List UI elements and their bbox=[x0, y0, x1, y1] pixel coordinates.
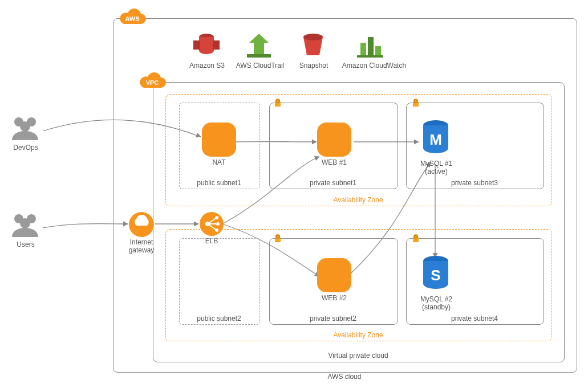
s3-icon bbox=[191, 31, 222, 60]
svg-rect-9 bbox=[357, 55, 383, 58]
cloudtrail-label: AWS CloudTrail bbox=[232, 62, 289, 70]
lock-icon bbox=[274, 98, 282, 107]
mysql2-role: (standby) bbox=[411, 303, 462, 311]
snapshot-icon bbox=[299, 31, 327, 60]
cloudwatch-label: Amazon CloudWatch bbox=[340, 62, 408, 70]
public-subnet2 bbox=[179, 238, 260, 325]
web1-label: WEB #1 bbox=[306, 158, 363, 166]
lock-icon bbox=[412, 234, 420, 243]
diagram: AWS cloud AWS Amazon S3 AWS CloudTrail S… bbox=[0, 0, 584, 392]
web2-label: WEB #2 bbox=[306, 294, 363, 302]
svg-rect-5 bbox=[311, 34, 315, 37]
private-subnet4-label: private subnet4 bbox=[406, 315, 543, 322]
cloudtrail-icon bbox=[244, 31, 274, 60]
svg-text:M: M bbox=[429, 131, 442, 148]
users-label: Users bbox=[6, 240, 46, 248]
vpc-badge-icon: VPC bbox=[137, 72, 168, 92]
svg-rect-3 bbox=[247, 54, 271, 58]
lock-icon bbox=[412, 98, 420, 107]
internet-gateway-icon bbox=[129, 212, 154, 237]
s3-label: Amazon S3 bbox=[181, 62, 233, 70]
public-subnet2-label: public subnet2 bbox=[179, 315, 259, 322]
lock-icon bbox=[274, 234, 282, 243]
svg-rect-2 bbox=[213, 40, 220, 50]
svg-point-25 bbox=[20, 121, 30, 132]
public-subnet1-label: public subnet1 bbox=[179, 179, 259, 187]
aws-badge-icon: AWS bbox=[117, 8, 148, 28]
svg-text:S: S bbox=[431, 267, 440, 284]
svg-point-28 bbox=[20, 218, 30, 228]
private-subnet1-label: private subnet1 bbox=[269, 179, 397, 187]
vpc-badge-text: VPC bbox=[146, 79, 159, 86]
devops-label: DevOps bbox=[6, 144, 46, 152]
igw-label1: Internet bbox=[120, 238, 163, 246]
mysql1-role: (active) bbox=[411, 168, 462, 175]
svg-rect-6 bbox=[360, 43, 366, 56]
igw-label2: gateway bbox=[120, 246, 163, 254]
devops-icon bbox=[9, 114, 43, 142]
svg-rect-1 bbox=[193, 40, 200, 50]
elb-icon bbox=[200, 212, 224, 236]
snapshot-label: Snapshot bbox=[291, 62, 336, 70]
private-subnet3-label: private subnet3 bbox=[406, 179, 543, 187]
web2-node bbox=[317, 258, 351, 292]
vpc-label: Virtual private cloud bbox=[153, 352, 563, 360]
mysql1-icon: M bbox=[421, 120, 451, 158]
nat-label: NAT bbox=[190, 158, 248, 166]
aws-badge-text: AWS bbox=[125, 15, 139, 22]
private-subnet2-label: private subnet2 bbox=[269, 315, 397, 322]
svg-rect-8 bbox=[375, 46, 381, 56]
web1-node bbox=[317, 122, 351, 157]
svg-rect-7 bbox=[368, 37, 374, 56]
nat-node bbox=[202, 122, 236, 157]
aws-cloud-label: AWS cloud bbox=[113, 373, 576, 381]
az1-label: Availability Zone bbox=[165, 196, 551, 204]
mysql2-icon: S bbox=[421, 255, 451, 294]
az2-label: Availability Zone bbox=[165, 331, 551, 339]
mysql2-name: MySQL #2 bbox=[411, 295, 462, 303]
users-icon bbox=[9, 211, 43, 239]
cloudwatch-icon bbox=[355, 31, 386, 60]
mysql1-name: MySQL #1 bbox=[411, 160, 462, 168]
